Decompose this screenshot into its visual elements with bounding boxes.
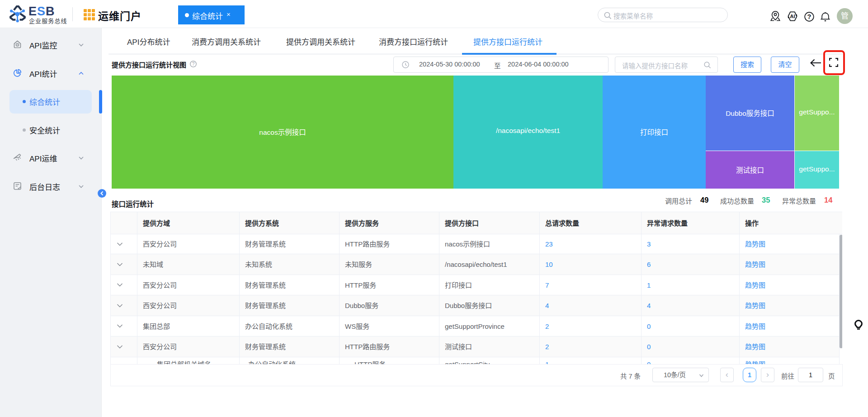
svg-text:AI: AI xyxy=(790,14,795,19)
svg-text:?: ? xyxy=(807,13,811,20)
svg-text:?: ? xyxy=(192,62,195,66)
